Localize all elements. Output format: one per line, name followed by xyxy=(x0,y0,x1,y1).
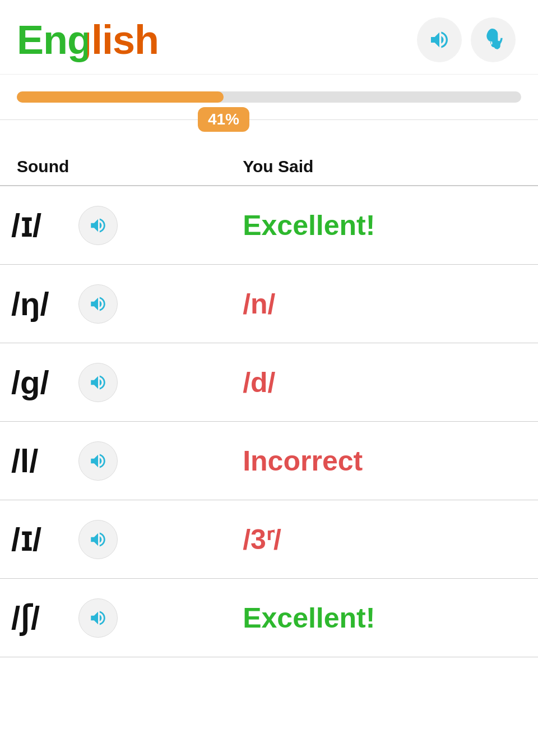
speaker-icon xyxy=(89,451,108,471)
phoneme-label: /ʃ/ xyxy=(11,599,67,637)
header-buttons xyxy=(417,17,516,62)
phoneme-label: /ŋ/ xyxy=(11,285,67,322)
speaker-icon xyxy=(89,373,108,392)
table-row: /ʃ/ Excellent! xyxy=(0,579,538,657)
table-header: Sound You Said xyxy=(0,148,538,186)
phoneme-label: /g/ xyxy=(11,363,67,401)
progress-section: 41% xyxy=(0,75,538,120)
sound-cell: /ɪ/ xyxy=(0,520,226,559)
result-cell: Excellent! xyxy=(226,602,538,634)
results-table: Sound You Said /ɪ/ Excellent! /ŋ/ /n/ /g… xyxy=(0,148,538,657)
result-cell: /n/ xyxy=(226,288,538,320)
result-cell: Incorrect xyxy=(226,445,538,477)
col-sound-header: Sound xyxy=(0,157,226,176)
header: English xyxy=(0,0,538,75)
speaker-icon xyxy=(428,29,451,51)
play-sound-button[interactable] xyxy=(78,284,118,324)
result-cell: /3ʳ/ xyxy=(226,523,538,556)
phoneme-label: /l/ xyxy=(11,442,67,480)
result-cell: /d/ xyxy=(226,366,538,399)
sound-cell: /ɪ/ xyxy=(0,206,226,245)
table-row: /l/ Incorrect xyxy=(0,422,538,500)
col-you-said-header: You Said xyxy=(226,157,538,176)
progress-track: 41% xyxy=(17,91,521,103)
speaker-icon xyxy=(89,609,108,628)
play-sound-button[interactable] xyxy=(78,598,118,638)
speaker-icon xyxy=(89,216,108,235)
play-sound-button[interactable] xyxy=(78,363,118,402)
phoneme-label: /ɪ/ xyxy=(11,520,67,559)
result-cell: Excellent! xyxy=(226,209,538,242)
speaker-icon xyxy=(89,294,108,314)
table-row: /ɪ/ Excellent! xyxy=(0,186,538,265)
play-sound-button[interactable] xyxy=(78,520,118,559)
speaker-button[interactable] xyxy=(417,17,462,62)
sound-cell: /l/ xyxy=(0,441,226,481)
table-row: /ŋ/ /n/ xyxy=(0,265,538,343)
progress-badge: 41% xyxy=(198,107,249,132)
ear-button[interactable] xyxy=(471,17,516,62)
table-body: /ɪ/ Excellent! /ŋ/ /n/ /g/ xyxy=(0,186,538,657)
progress-fill xyxy=(17,91,224,103)
sound-cell: /ʃ/ xyxy=(0,598,226,638)
play-sound-button[interactable] xyxy=(78,206,118,245)
speaker-icon xyxy=(89,530,108,549)
phoneme-label: /ɪ/ xyxy=(11,206,67,245)
sound-cell: /ŋ/ xyxy=(0,284,226,324)
sound-cell: /g/ xyxy=(0,363,226,402)
app-title: English xyxy=(17,17,159,63)
table-row: /ɪ/ /3ʳ/ xyxy=(0,500,538,579)
ear-icon xyxy=(482,29,504,51)
table-row: /g/ /d/ xyxy=(0,343,538,422)
play-sound-button[interactable] xyxy=(78,441,118,481)
